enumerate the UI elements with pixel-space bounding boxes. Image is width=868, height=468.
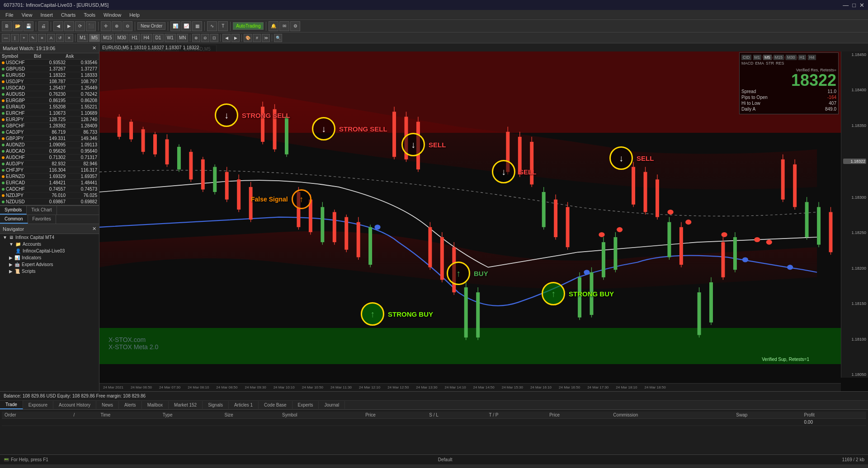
menu-insert[interactable]: Insert: [37, 11, 57, 19]
menu-file[interactable]: File: [2, 11, 17, 19]
tab-news[interactable]: News: [96, 401, 119, 409]
market-row-14[interactable]: AUDCAD 0.95626 0.95640: [0, 148, 99, 154]
open-btn[interactable]: 📂: [13, 21, 23, 31]
tab-signals[interactable]: Signals: [203, 401, 229, 409]
tf-m1[interactable]: M1: [77, 34, 88, 42]
market-row-22[interactable]: NZDUSD 0.69867 0.69882: [0, 199, 99, 205]
cross-btn[interactable]: +: [20, 34, 28, 42]
scroll-left-btn[interactable]: ◀: [222, 34, 231, 42]
tab-tick-chart[interactable]: Tick Chart: [27, 206, 57, 215]
period-btn[interactable]: |: [11, 34, 19, 42]
market-row-16[interactable]: AUDJPY 82.932 82.946: [0, 161, 99, 167]
tab-market[interactable]: Market 152: [169, 401, 203, 409]
alert-btn[interactable]: 🔔: [269, 21, 278, 31]
tf-m15[interactable]: M15: [101, 34, 114, 42]
minimize-btn[interactable]: —: [843, 2, 849, 9]
forward-btn[interactable]: ▶: [64, 21, 74, 31]
market-row-9[interactable]: EURJPY 128.725 128.740: [0, 117, 99, 123]
close-btn[interactable]: ✕: [859, 2, 864, 9]
market-row-21[interactable]: NZDJPY 76.010 76.025: [0, 192, 99, 199]
tf-h1[interactable]: H1: [129, 34, 140, 42]
market-row-3[interactable]: USDJPY 108.787 108.797: [0, 79, 99, 85]
template-btn[interactable]: T: [218, 21, 228, 31]
market-row-19[interactable]: EURCAD 1.48421 1.48441: [0, 180, 99, 186]
tab-experts[interactable]: Experts: [292, 401, 319, 409]
menu-window[interactable]: Window: [100, 11, 125, 19]
tab-common[interactable]: Common: [0, 215, 28, 224]
more-btn[interactable]: ≫: [262, 34, 270, 42]
remove-btn[interactable]: ✕: [65, 34, 73, 42]
market-row-1[interactable]: GBPUSD 1.37267 1.37277: [0, 66, 99, 72]
print-btn[interactable]: 🖨: [38, 21, 48, 31]
nav-root[interactable]: ▼ 🖥 Infinox Capital MT4: [0, 234, 99, 241]
auto-trading-btn[interactable]: AutoTrading: [233, 22, 264, 30]
market-row-2[interactable]: EURUSD 1.18322 1.18333: [0, 72, 99, 79]
nav-scripts[interactable]: ▶ 📜 Scripts: [0, 268, 99, 275]
tf-mn[interactable]: MN: [177, 34, 189, 42]
tf-d1[interactable]: D1: [153, 34, 164, 42]
tab-account-history[interactable]: Account History: [53, 401, 96, 409]
tab-articles[interactable]: Articles 1: [229, 401, 259, 409]
navigator-close[interactable]: ✕: [92, 226, 96, 232]
tab-mailbox[interactable]: Mailbox: [142, 401, 169, 409]
tab-favorites[interactable]: Favorites: [28, 215, 56, 224]
nav-expert-advisors[interactable]: ▶ 🤖 Expert Advisors: [0, 261, 99, 268]
zoom-out-tf[interactable]: ⊖: [201, 34, 209, 42]
market-row-20[interactable]: CADCHF 0.74557 0.74573: [0, 186, 99, 192]
tf-m30[interactable]: M30: [115, 34, 128, 42]
indicator-btn[interactable]: ∿: [207, 21, 217, 31]
color-btn[interactable]: 🎨: [244, 34, 252, 42]
stop-btn[interactable]: ⬛: [86, 21, 96, 31]
menu-tools[interactable]: Tools: [80, 11, 99, 19]
search-icon[interactable]: 🔍: [274, 34, 282, 42]
line-chart-btn[interactable]: 📈: [181, 21, 191, 31]
tab-symbols[interactable]: Symbols: [0, 206, 27, 215]
mail-btn[interactable]: ✉: [279, 21, 289, 31]
tf-m5[interactable]: M5: [89, 34, 100, 42]
scroll-right-btn[interactable]: ▶: [231, 34, 240, 42]
crosshair-btn[interactable]: ✛: [101, 21, 111, 31]
nav-accounts[interactable]: ▼ 📁 Accounts: [0, 241, 99, 248]
pen-btn[interactable]: ✎: [29, 34, 37, 42]
menu-help[interactable]: Help: [126, 11, 143, 19]
tab-exposure[interactable]: Exposure: [23, 401, 53, 409]
tf-w1[interactable]: W1: [165, 34, 176, 42]
menu-charts[interactable]: Charts: [57, 11, 79, 19]
menu-view[interactable]: View: [18, 11, 36, 19]
market-row-8[interactable]: EURCHF 1.10673 1.10689: [0, 110, 99, 117]
candle-btn[interactable]: ▦: [192, 21, 202, 31]
zoom-fit-tf[interactable]: ⊡: [210, 34, 218, 42]
nav-live03[interactable]: 👤 InfinoxCapital-Live03: [0, 248, 99, 254]
text-btn[interactable]: A: [47, 34, 55, 42]
new-order-btn[interactable]: New Order: [137, 22, 165, 30]
market-row-4[interactable]: USDCAD 1.25437 1.25449: [0, 85, 99, 91]
market-watch-close[interactable]: ✕: [92, 45, 96, 51]
chart-types-btn[interactable]: 📊: [170, 21, 180, 31]
zoom-in-tf[interactable]: ⊕: [192, 34, 200, 42]
chart-area[interactable]: EURUSD,M5 EURAUD,M5 EURUSD,M5 EURUSD,M5 …: [99, 43, 868, 391]
tf-h4[interactable]: H4: [141, 34, 152, 42]
market-row-11[interactable]: CADJPY 86.719 86.733: [0, 129, 99, 136]
market-row-18[interactable]: EURNZD 1.69329 1.69357: [0, 173, 99, 180]
line-btn[interactable]: —: [2, 34, 10, 42]
grid-btn[interactable]: #: [253, 34, 261, 42]
market-row-7[interactable]: EURAUD 1.55208 1.55221: [0, 104, 99, 110]
market-row-13[interactable]: AUDNZD 1.09095 1.09113: [0, 142, 99, 148]
save-btn[interactable]: 💾: [24, 21, 33, 31]
nav-indicators[interactable]: ▶ 📊 Indicators: [0, 254, 99, 261]
market-row-5[interactable]: AUDUSD 0.76230 0.76242: [0, 91, 99, 98]
back-btn[interactable]: ◀: [53, 21, 63, 31]
market-row-12[interactable]: GBPJPY 149.331 149.346: [0, 136, 99, 142]
maximize-btn[interactable]: □: [852, 2, 856, 9]
tab-alerts[interactable]: Alerts: [119, 401, 142, 409]
tab-codebase[interactable]: Code Base: [259, 401, 292, 409]
chart-canvas[interactable]: ↓ STRONG SELL ↓ STRONG SELL ↓ SELL: [99, 51, 841, 378]
zoom-out-btn[interactable]: ⊖: [123, 21, 132, 31]
new-btn[interactable]: 🗎: [2, 21, 12, 31]
market-row-6[interactable]: EURGBP 0.86195 0.86208: [0, 98, 99, 104]
tab-trade[interactable]: Trade: [0, 401, 23, 409]
h-line-btn[interactable]: ≡: [38, 34, 46, 42]
window-controls[interactable]: — □ ✕: [843, 2, 864, 9]
history-btn[interactable]: ⟳: [75, 21, 85, 31]
market-row-15[interactable]: AUDCHF 0.71302 0.71317: [0, 154, 99, 161]
